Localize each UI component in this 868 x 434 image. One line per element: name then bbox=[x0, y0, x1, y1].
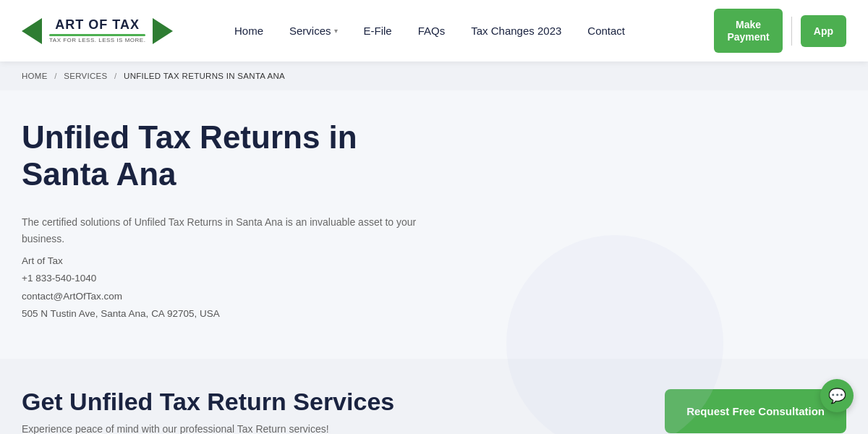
phone-number: +1 833-540-1040 bbox=[22, 270, 846, 287]
logo-arrow-right-icon bbox=[153, 18, 173, 44]
nav-item-contact[interactable]: Contact bbox=[577, 19, 635, 43]
header-buttons: Make Payment App bbox=[714, 9, 846, 54]
bottom-subtitle: Experience peace of mind with our profes… bbox=[22, 423, 394, 434]
logo-title: ART OF TAX bbox=[55, 18, 140, 33]
bottom-left-content: Get Unfiled Tax Return Services Experien… bbox=[22, 388, 394, 434]
breadcrumb-sep1: / bbox=[54, 72, 57, 80]
header: ART OF TAX TAX FOR LESS. LESS IS MORE. H… bbox=[0, 0, 868, 61]
breadcrumb-sep2: / bbox=[114, 72, 117, 80]
breadcrumb: HOME / SERVICES / UNFILED TAX RETURNS IN… bbox=[0, 61, 868, 90]
nav-item-services[interactable]: Services ▾ bbox=[279, 19, 348, 43]
chevron-down-icon: ▾ bbox=[334, 27, 338, 35]
nav-item-tax-changes[interactable]: Tax Changes 2023 bbox=[461, 19, 571, 43]
company-name: Art of Tax bbox=[22, 252, 846, 270]
page-description: The certified solutions of Unfiled Tax R… bbox=[22, 214, 427, 247]
breadcrumb-current: UNFILED TAX RETURNS IN SANTA ANA bbox=[124, 72, 285, 80]
breadcrumb-services[interactable]: SERVICES bbox=[64, 72, 107, 80]
chat-bubble-button[interactable]: 💬 bbox=[820, 379, 854, 412]
logo-arrow-left-icon bbox=[22, 18, 42, 44]
nav-item-home[interactable]: Home bbox=[224, 19, 273, 43]
logo-subtitle: TAX FOR LESS. LESS IS MORE. bbox=[49, 37, 145, 43]
main-nav: Home Services ▾ E-File FAQs Tax Changes … bbox=[224, 19, 714, 43]
logo[interactable]: ART OF TAX TAX FOR LESS. LESS IS MORE. bbox=[22, 18, 181, 44]
consultation-button[interactable]: Request Free Consultation bbox=[665, 389, 846, 433]
bottom-title: Get Unfiled Tax Return Services bbox=[22, 388, 394, 416]
nav-item-faqs[interactable]: FAQs bbox=[408, 19, 456, 43]
make-payment-button[interactable]: Make Payment bbox=[714, 9, 782, 54]
main-content: Unfiled Tax Returns in Santa Ana The cer… bbox=[0, 90, 868, 337]
header-divider bbox=[791, 17, 792, 46]
logo-underline bbox=[49, 34, 145, 36]
bottom-section: Get Unfiled Tax Return Services Experien… bbox=[0, 359, 868, 434]
contact-info: Art of Tax +1 833-540-1040 contact@ArtOf… bbox=[22, 252, 846, 323]
chat-icon: 💬 bbox=[828, 387, 846, 404]
nav-item-efile[interactable]: E-File bbox=[354, 19, 402, 43]
page-title: Unfiled Tax Returns in Santa Ana bbox=[22, 119, 398, 192]
physical-address: 505 N Tustin Ave, Santa Ana, CA 92705, U… bbox=[22, 305, 846, 323]
email-address: contact@ArtOfTax.com bbox=[22, 288, 846, 305]
app-button[interactable]: App bbox=[801, 15, 846, 47]
breadcrumb-home[interactable]: HOME bbox=[22, 72, 48, 80]
